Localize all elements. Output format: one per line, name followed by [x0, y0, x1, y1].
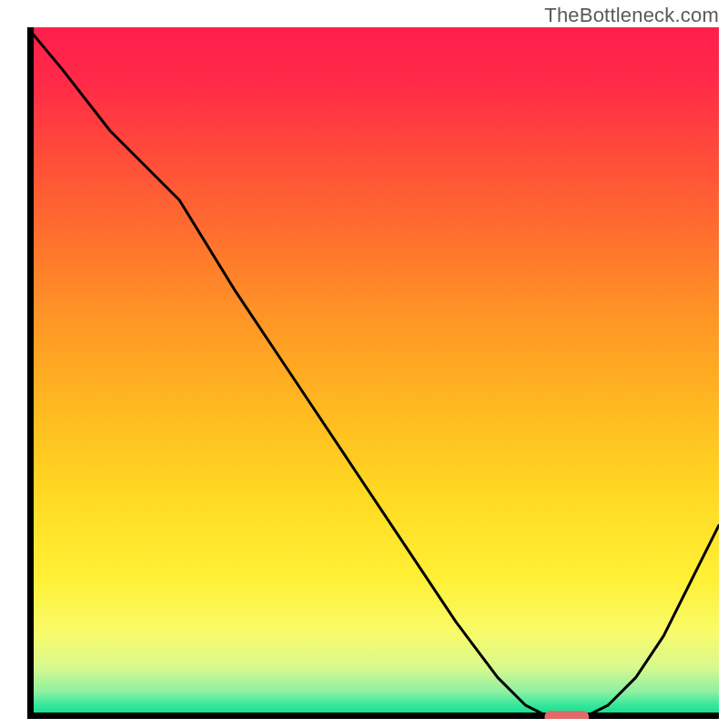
chart-svg: [27, 27, 719, 719]
chart-container: TheBottleneck.com: [0, 0, 728, 728]
optimal-marker: [545, 711, 590, 719]
chart-area: [27, 27, 719, 719]
watermark-text: TheBottleneck.com: [544, 4, 719, 27]
chart-background: [31, 27, 720, 716]
